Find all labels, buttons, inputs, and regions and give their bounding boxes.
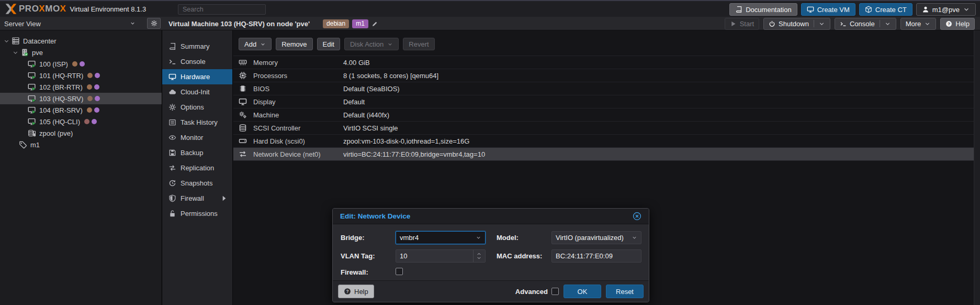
sidebar-item-vm-105[interactable]: 105 (HQ-CLI) xyxy=(0,116,162,127)
spinner-arrows[interactable] xyxy=(473,250,481,262)
revert-button: Revert xyxy=(403,38,434,50)
scrollbar[interactable] xyxy=(974,30,980,305)
cube-icon xyxy=(865,6,872,13)
tab-cloud-init[interactable]: Cloud-Init xyxy=(162,84,232,100)
tab-permissions[interactable]: Permissions xyxy=(162,206,232,221)
gears-icon xyxy=(239,111,247,119)
ram-icon xyxy=(239,58,247,67)
tree-item-label: 105 (HQ-CLI) xyxy=(39,118,80,126)
add-button[interactable]: Add xyxy=(239,38,272,50)
help-button[interactable]: ?Help xyxy=(940,18,975,30)
tab-hardware[interactable]: Hardware xyxy=(162,69,232,84)
console-button[interactable]: Console xyxy=(835,18,896,30)
tab-summary[interactable]: Summary xyxy=(162,39,232,54)
edit-label: Edit xyxy=(323,40,334,48)
secondary-bar: Server View Virtual Machine 103 (HQ-SRV)… xyxy=(0,17,980,30)
ok-button[interactable]: OK xyxy=(564,285,601,298)
hardware-row-value: zpool:vm-103-disk-0,iothread=1,size=16G xyxy=(343,137,469,145)
vm-tag-debian[interactable]: debian xyxy=(323,19,349,28)
sidebar-settings-button[interactable] xyxy=(147,18,161,29)
bridge-combobox[interactable]: vmbr4 xyxy=(396,231,486,244)
tab-label: Snapshots xyxy=(181,179,212,187)
tag-dot xyxy=(87,107,92,113)
vm-icon xyxy=(28,60,36,68)
tab-label: Permissions xyxy=(181,210,218,217)
tag-dot xyxy=(94,107,99,113)
help-button[interactable]: ? Help xyxy=(338,285,374,298)
tag-dots xyxy=(87,96,100,101)
edit-tags-icon[interactable] xyxy=(371,20,378,27)
hardware-row-label: Processors xyxy=(253,72,343,80)
hardware-row-processors[interactable]: Processors8 (1 sockets, 8 cores) [qemu64… xyxy=(233,69,980,82)
floppy-icon xyxy=(168,149,176,157)
top-header: PROXMOX Virtual Environment 8.1.3 Docume… xyxy=(0,0,980,17)
vm-tags: debianm1 xyxy=(323,19,368,28)
tab-firewall[interactable]: Firewall xyxy=(162,191,232,206)
hardware-row-net-device[interactable]: Network Device (net0)virtio=BC:24:11:77:… xyxy=(233,148,980,161)
vm-titlebar: Virtual Machine 103 (HQ-SRV) on node 'pv… xyxy=(162,17,980,30)
vm-action-buttons: StartShutdownConsoleMore?Help xyxy=(725,18,975,30)
advanced-checkbox[interactable] xyxy=(551,288,559,295)
hardware-row-value: Default xyxy=(343,98,365,106)
chevron-down-icon xyxy=(632,235,637,241)
sidebar-item-pve[interactable]: pve xyxy=(0,47,162,58)
cloud-icon xyxy=(168,88,176,96)
tag-dot xyxy=(87,84,92,90)
hardware-row-value: 4.00 GiB xyxy=(343,59,370,67)
sidebar-item-tag-m1[interactable]: m1 xyxy=(0,139,162,150)
chevron-down-icon xyxy=(924,20,931,27)
sidebar-item-vm-102[interactable]: 102 (BR-RTR) xyxy=(0,81,162,93)
hardware-row-scsi[interactable]: SCSI ControllerVirtIO SCSI single xyxy=(233,122,980,135)
svg-text:?: ? xyxy=(948,21,950,26)
tag-dots xyxy=(87,107,99,113)
tab-snapshots[interactable]: Snapshots xyxy=(162,176,232,191)
shutdown-button[interactable]: Shutdown xyxy=(763,18,830,30)
search-input[interactable] xyxy=(178,4,266,15)
sidebar-item-vm-104[interactable]: 104 (BR-SRV) xyxy=(0,104,162,116)
mac-address-input[interactable] xyxy=(551,249,641,263)
dialog-title: Edit: Network Device xyxy=(340,212,410,220)
disk-action-label: Disk Action xyxy=(350,40,384,48)
tab-task-history[interactable]: Task History xyxy=(162,115,232,130)
tab-label: Options xyxy=(181,103,204,111)
dialog-body: Bridge: vmbr4 Model: VirtIO (paravirtual… xyxy=(333,224,649,280)
dialog-titlebar[interactable]: Edit: Network Device xyxy=(333,209,649,224)
user-menu-button[interactable]: m1@pve xyxy=(916,3,976,16)
hardware-row-display[interactable]: DisplayDefault xyxy=(233,95,980,108)
model-combobox[interactable]: VirtIO (paravirtualized) xyxy=(551,231,641,244)
hardware-row-memory[interactable]: Memory4.00 GiB xyxy=(233,56,980,69)
close-icon[interactable] xyxy=(633,212,641,221)
tab-options[interactable]: Options xyxy=(162,100,232,115)
sidebar-item-datacenter[interactable]: Datacenter xyxy=(0,35,162,47)
terminal-icon xyxy=(168,58,176,66)
vlan-spinner[interactable]: 10 xyxy=(396,249,486,263)
sidebar-item-vm-101[interactable]: 101 (HQ-RTR) xyxy=(0,70,162,81)
tab-replication[interactable]: Replication xyxy=(162,160,232,176)
hardware-row-hard-disk[interactable]: Hard Disk (scsi0)zpool:vm-103-disk-0,iot… xyxy=(233,135,980,148)
power-icon xyxy=(769,20,775,27)
remove-button[interactable]: Remove xyxy=(276,38,312,50)
cpu-icon xyxy=(239,71,247,80)
firewall-checkbox[interactable] xyxy=(396,268,403,275)
hardware-row-machine[interactable]: MachineDefault (i440fx) xyxy=(233,108,980,122)
book-icon xyxy=(735,6,742,13)
documentation-button[interactable]: Documentation xyxy=(729,3,797,16)
tab-console[interactable]: Console xyxy=(162,54,232,69)
sidebar-item-vm-100[interactable]: 100 (ISP) xyxy=(0,58,162,70)
server-view-select[interactable]: Server View xyxy=(0,17,162,30)
tag-dots xyxy=(87,73,100,78)
tab-backup[interactable]: Backup xyxy=(162,145,232,160)
hardware-row-bios[interactable]: BIOSDefault (SeaBIOS) xyxy=(233,82,980,95)
reset-button[interactable]: Reset xyxy=(606,285,644,298)
sidebar-item-vm-103[interactable]: 103 (HQ-SRV) xyxy=(0,93,162,104)
create-ct-button[interactable]: Create CT xyxy=(859,3,913,16)
create-vm-button[interactable]: Create VM xyxy=(801,3,855,16)
sidebar-item-zpool[interactable]: zpool (pve) xyxy=(0,127,162,139)
help-icon: ? xyxy=(945,20,952,27)
more-button[interactable]: More xyxy=(900,18,937,30)
chevron-down-icon xyxy=(477,256,481,260)
vm-tag-m1[interactable]: m1 xyxy=(352,19,368,28)
tab-monitor[interactable]: Monitor xyxy=(162,130,232,145)
edit-button[interactable]: Edit xyxy=(317,38,340,50)
vlan-label: VLAN Tag: xyxy=(341,252,375,260)
